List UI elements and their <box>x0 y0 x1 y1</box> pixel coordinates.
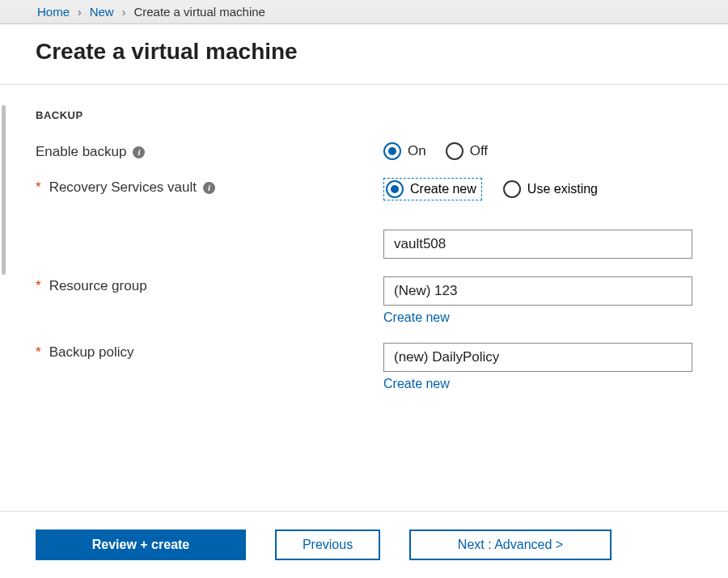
backup-policy-text: Backup policy <box>49 344 134 361</box>
vault-name-input[interactable] <box>383 230 692 259</box>
resource-group-input[interactable] <box>383 276 692 306</box>
label-backup-policy: * Backup policy <box>36 343 383 361</box>
row-vault-name <box>383 230 692 259</box>
next-advanced-button[interactable]: Next : Advanced > <box>409 529 612 560</box>
breadcrumb: Home › New › Create a virtual machine <box>6 5 722 19</box>
radio-label-create-new: Create new <box>410 182 476 196</box>
page-title: Create a virtual machine <box>36 39 692 65</box>
recovery-vault-text: Recovery Services vault <box>49 179 197 196</box>
create-new-resource-group-link[interactable]: Create new <box>383 310 450 325</box>
radio-label-on: On <box>408 143 426 159</box>
row-recovery-vault: * Recovery Services vault i Create new U… <box>36 178 692 200</box>
enable-backup-text: Enable backup <box>36 144 126 160</box>
row-resource-group: * Resource group Create new <box>36 276 692 325</box>
label-recovery-vault: * Recovery Services vault i <box>36 178 383 196</box>
footer-actions: Review + create Previous Next : Advanced… <box>0 511 728 578</box>
resource-group-text: Resource group <box>49 278 147 294</box>
breadcrumb-home[interactable]: Home <box>37 5 70 19</box>
scrollbar[interactable] <box>2 105 6 275</box>
radio-group-recovery-vault: Create new Use existing <box>383 178 692 200</box>
radio-circle-icon <box>386 180 404 198</box>
breadcrumb-current: Create a virtual machine <box>133 5 265 19</box>
required-asterisk: * <box>36 278 41 294</box>
radio-label-use-existing: Use existing <box>527 182 598 196</box>
radio-circle-icon <box>446 142 463 160</box>
label-enable-backup: Enable backup i <box>36 142 383 160</box>
radio-backup-off[interactable]: Off <box>446 142 488 160</box>
radio-group-enable-backup: On Off <box>383 142 692 160</box>
previous-button[interactable]: Previous <box>275 529 380 560</box>
required-asterisk: * <box>36 179 41 196</box>
breadcrumb-bar: Home › New › Create a virtual machine <box>0 0 728 24</box>
chevron-right-icon: › <box>78 6 82 19</box>
create-new-backup-policy-link[interactable]: Create new <box>383 377 450 391</box>
label-resource-group: * Resource group <box>36 276 383 294</box>
radio-circle-icon <box>503 180 521 198</box>
radio-circle-icon <box>383 142 401 160</box>
row-backup-policy: * Backup policy Create new <box>36 343 692 391</box>
chevron-right-icon: › <box>122 6 126 19</box>
page-header: Create a virtual machine <box>0 24 728 85</box>
required-asterisk: * <box>36 344 41 361</box>
info-icon[interactable]: i <box>203 182 215 194</box>
radio-label-off: Off <box>470 143 488 159</box>
row-enable-backup: Enable backup i On Off <box>36 142 692 160</box>
breadcrumb-new[interactable]: New <box>90 5 114 19</box>
radio-vault-use-existing[interactable]: Use existing <box>502 179 603 200</box>
section-backup-label: BACKUP <box>36 109 692 121</box>
radio-vault-create-new[interactable]: Create new <box>383 178 482 200</box>
backup-policy-input[interactable] <box>383 343 692 372</box>
radio-backup-on[interactable]: On <box>383 142 426 160</box>
review-create-button[interactable]: Review + create <box>36 529 246 560</box>
info-icon[interactable]: i <box>133 146 145 158</box>
form-content: BACKUP Enable backup i On Off * Recovery… <box>0 85 728 425</box>
